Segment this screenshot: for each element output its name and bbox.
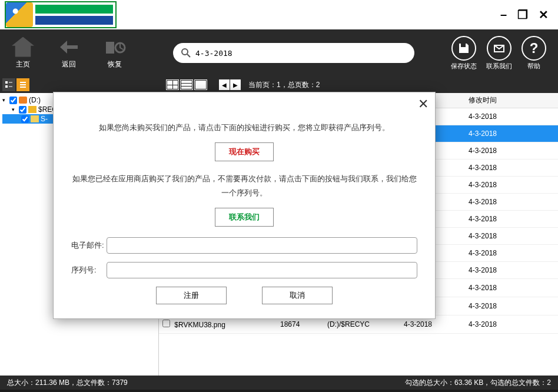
- mail-icon: [487, 36, 512, 61]
- file-modify-date: 4-3-2018: [465, 249, 558, 257]
- dialog-text-1: 如果您尚未购买我们的产品，请点击下面的按钮进行购买，您将立即获得产品序列号。: [71, 121, 417, 134]
- serial-label: 序列号:: [71, 265, 107, 275]
- register-button[interactable]: 注册: [156, 287, 227, 304]
- status-right: 勾选的总大小：63.36 KB，勾选的总文件数：2: [405, 378, 551, 388]
- buy-now-button[interactable]: 现在购买: [215, 142, 274, 161]
- list-view-button[interactable]: [180, 79, 193, 90]
- toolbar: 主页 返回 恢复 保存状态 联系我们 ? 帮助: [0, 29, 558, 77]
- tree-folder2-checkbox[interactable]: [21, 115, 29, 123]
- dialog-text-2: 如果您已经在应用商店购买了我们的产品，不需要再次付款，请点击下面的按钮与我们联系…: [71, 172, 417, 200]
- detail-view-button[interactable]: [194, 79, 207, 90]
- register-dialog: ✕ 如果您尚未购买我们的产品，请点击下面的按钮进行购买，您将立即获得产品序列号。…: [53, 92, 436, 323]
- cancel-button[interactable]: 取消: [262, 287, 333, 304]
- grid-view-button[interactable]: [166, 79, 179, 90]
- restore-label: 恢复: [108, 59, 122, 69]
- tree-drive-checkbox[interactable]: [9, 97, 17, 104]
- search-box[interactable]: [173, 43, 414, 63]
- search-icon: [181, 48, 191, 58]
- save-icon: [451, 36, 476, 61]
- dialog-close-button[interactable]: ✕: [418, 97, 429, 112]
- file-modify-date: 4-3-2018: [465, 232, 558, 240]
- logo-bars: [33, 2, 115, 27]
- serial-input[interactable]: [107, 262, 417, 278]
- pager-text: 当前页：1，总页数：2: [248, 80, 320, 90]
- tree-drive-label: (D:): [29, 96, 41, 104]
- restore-icon: [104, 37, 126, 57]
- file-modify-date: 4-3-2018: [465, 215, 558, 223]
- tree-view-toggle[interactable]: [2, 78, 15, 91]
- restore-button[interactable]: 恢复: [104, 37, 126, 69]
- file-modify-date: 4-3-2018: [465, 129, 558, 138]
- status-left: 总大小：211.36 MB，总文件数：7379: [7, 378, 128, 388]
- file-modify-date: 4-3-2018: [465, 284, 558, 292]
- app-logo: [5, 1, 117, 28]
- file-modify-date: 4-3-2018: [465, 198, 558, 206]
- svg-line-3: [187, 54, 190, 57]
- logo-icon: [6, 2, 33, 27]
- home-icon: [12, 37, 34, 57]
- back-button[interactable]: 返回: [58, 37, 80, 69]
- back-label: 返回: [62, 59, 76, 69]
- statusbar: 总大小：211.36 MB，总文件数：7379 勾选的总大小：63.36 KB，…: [0, 376, 558, 390]
- home-button[interactable]: 主页: [12, 37, 34, 69]
- svg-rect-6: [5, 85, 8, 88]
- viewbar: ◀ ▶ 当前页：1，总页数：2: [0, 77, 558, 93]
- help-label: 帮助: [527, 62, 540, 71]
- file-modify-date: 4-3-2018: [465, 164, 558, 172]
- file-modify-date: 4-3-2018: [465, 302, 558, 310]
- col-modify-header[interactable]: 修改时间: [465, 95, 558, 105]
- close-button[interactable]: ✕: [539, 8, 549, 22]
- prev-page-button[interactable]: ◀: [219, 79, 230, 90]
- titlebar: – ❐ ✕: [0, 0, 558, 29]
- file-modify-date: 4-3-2018: [465, 147, 558, 155]
- tree-folder2-label: S-: [41, 115, 48, 123]
- email-label: 电子邮件:: [71, 240, 107, 251]
- home-label: 主页: [16, 59, 30, 69]
- folder-icon: [31, 115, 39, 122]
- tree-folder1-checkbox[interactable]: [19, 106, 26, 114]
- maximize-button[interactable]: ❐: [517, 8, 528, 22]
- email-input[interactable]: [107, 237, 417, 254]
- next-page-button[interactable]: ▶: [230, 79, 241, 90]
- file-modify-date: 4-3-2018: [465, 320, 558, 328]
- list-view-toggle[interactable]: [16, 78, 29, 91]
- drive-icon: [19, 97, 27, 104]
- search-input[interactable]: [195, 49, 406, 58]
- contact-label: 联系我们: [486, 62, 512, 71]
- minimize-button[interactable]: –: [500, 8, 507, 22]
- file-modify-date: 4-3-2018: [465, 181, 558, 189]
- contact-button[interactable]: 联系我们: [486, 36, 512, 71]
- help-icon: ?: [522, 36, 546, 61]
- save-state-label: 保存状态: [451, 62, 477, 71]
- back-icon: [58, 37, 80, 57]
- file-modify-date: 4-3-2018: [465, 112, 558, 121]
- folder-icon: [28, 106, 36, 113]
- svg-rect-0: [106, 42, 114, 54]
- svg-rect-5: [5, 81, 8, 84]
- svg-point-2: [182, 49, 188, 55]
- contact-us-button[interactable]: 联系我们: [215, 208, 274, 227]
- save-state-button[interactable]: 保存状态: [451, 36, 477, 71]
- file-modify-date: 4-3-2018: [465, 266, 558, 274]
- help-button[interactable]: ? 帮助: [522, 36, 546, 71]
